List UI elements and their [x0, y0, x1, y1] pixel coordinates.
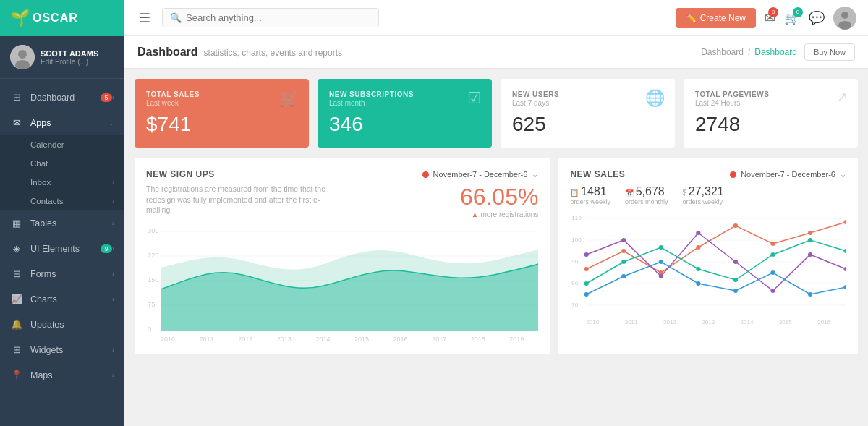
content-area: 🛒 TOTAL SALES Last week $741 ☑ NEW SUBSC…: [124, 69, 868, 426]
chat-icon[interactable]: 💬: [809, 10, 825, 26]
sales-stat-weekly: 📋 1481 orders weekly: [570, 185, 610, 205]
main-content: ☰ 🔍 ✏️ Create New ✉ 3 🛒 0 💬: [124, 0, 868, 426]
menu-button[interactable]: ☰: [136, 7, 153, 29]
inbox-label: Inbox: [30, 178, 51, 187]
svg-point-40: [844, 267, 846, 271]
svg-point-42: [622, 260, 626, 264]
sidebar-item-label: Forms: [30, 269, 112, 279]
signups-big-value: 66.05%: [460, 184, 539, 210]
signups-date-selector[interactable]: November-7 - December-6 ⌄: [422, 170, 539, 179]
x-label: 2013: [702, 319, 715, 325]
sidebar-item-inbox[interactable]: Inbox ›: [0, 173, 124, 192]
sales-stat-value-1: 5,678: [636, 185, 665, 197]
sidebar-item-ui-elements[interactable]: ◈ UI Elements 9 ›: [0, 236, 124, 261]
svg-point-34: [622, 238, 626, 242]
svg-text:80: 80: [571, 280, 579, 286]
svg-point-50: [622, 274, 626, 278]
sidebar-logo: 🌱 OSCAR: [0, 0, 124, 36]
svg-text:90: 90: [571, 258, 579, 265]
dashboard-badge: 5: [101, 93, 112, 102]
sidebar-item-contacts[interactable]: Contacts ›: [0, 192, 124, 210]
stat-value-users: 625: [512, 113, 663, 136]
chevron-right-icon: ›: [112, 197, 114, 205]
charts-icon: 📈: [10, 294, 23, 304]
sales-stat-dollar: $ 27,321 orders weekly: [682, 185, 723, 205]
x-label: 2010: [586, 319, 599, 325]
cart-icon[interactable]: 🛒 0: [784, 10, 800, 26]
orders-icon: 📋 1481: [570, 185, 610, 198]
sidebar-item-forms[interactable]: ⊟ Forms ›: [0, 261, 124, 286]
signups-big-sub: ▲ more registrations: [460, 210, 539, 218]
updates-icon: 🔔: [10, 319, 23, 330]
ui-elements-badge: 9: [101, 244, 112, 253]
sidebar-item-chat[interactable]: Chat: [0, 154, 124, 173]
sidebar-item-apps[interactable]: ✉ Apps ⌄: [0, 110, 124, 135]
create-new-button[interactable]: ✏️ Create New: [676, 8, 756, 28]
search-input[interactable]: [186, 12, 371, 23]
sales-date-selector[interactable]: November-7 - December-6 ⌄: [730, 170, 846, 179]
buy-now-button[interactable]: Buy Now: [804, 43, 855, 61]
stat-label-total-sales: TOTAL SALES: [146, 90, 297, 98]
topbar-avatar[interactable]: [833, 7, 856, 30]
svg-point-48: [844, 249, 846, 253]
svg-point-46: [771, 252, 775, 257]
stat-label-subscriptions: NEW SUBSCRIPTIONS: [329, 90, 480, 98]
sidebar-item-label: UI Elements: [30, 244, 101, 254]
svg-point-44: [697, 267, 701, 271]
user-edit[interactable]: Edit Profile (...): [41, 58, 98, 66]
trending-stat-icon: ↗: [837, 89, 848, 105]
svg-point-28: [697, 245, 701, 250]
stat-value-total-sales: $741: [146, 113, 297, 136]
sidebar-item-label: Updates: [30, 320, 114, 330]
sales-date-range: November-7 - December-6: [741, 170, 835, 179]
sidebar-item-label: Maps: [30, 370, 112, 380]
sidebar-item-maps[interactable]: 📍 Maps ›: [0, 362, 124, 388]
sidebar-item-tables[interactable]: ▦ Tables ›: [0, 210, 124, 236]
sales-stats: 📋 1481 orders weekly 📅 5,678 orders mont…: [570, 185, 846, 205]
globe-stat-icon: 🌐: [645, 89, 665, 108]
search-box: 🔍: [162, 8, 379, 27]
sales-stat-label-0: orders weekly: [570, 198, 610, 205]
x-label: 2015: [354, 336, 369, 343]
stat-sublabel-total-sales: Last week: [146, 99, 297, 107]
x-label: 2016: [393, 336, 408, 343]
svg-text:75: 75: [148, 301, 155, 308]
date-dot-icon: [422, 171, 429, 178]
widgets-icon: ⊞: [10, 344, 23, 355]
breadcrumb-current: Dashboard: [754, 47, 797, 57]
chevron-right-icon: ›: [112, 179, 114, 186]
sidebar-item-label: Apps: [30, 118, 109, 128]
sidebar-nav: ⊞ Dashboard 5 › ✉ Apps ⌄ Calender Chat I…: [0, 79, 124, 426]
sales-stat-label-2: orders weekly: [682, 198, 723, 205]
avatar: [10, 45, 35, 69]
svg-point-49: [584, 292, 589, 297]
sidebar-item-updates[interactable]: 🔔 Updates: [0, 312, 124, 337]
svg-point-45: [733, 278, 738, 282]
stat-label-users: NEW USERS: [512, 90, 663, 98]
cart-badge: 0: [793, 7, 803, 17]
x-label: 2015: [779, 319, 792, 325]
svg-point-52: [697, 281, 701, 286]
stat-value-subscriptions: 346: [329, 113, 480, 136]
sidebar-item-calender[interactable]: Calender: [0, 135, 124, 154]
chevron-right-icon: ›: [112, 296, 114, 303]
x-label: 2017: [432, 336, 446, 343]
sidebar-item-widgets[interactable]: ⊞ Widgets ›: [0, 337, 124, 362]
stat-card-pageviews: ↗ TOTAL PAGEVIEWS Last 24 Hours 2748: [684, 79, 858, 148]
svg-point-36: [697, 231, 701, 235]
chevron-right-icon: ›: [112, 346, 114, 354]
user-info: SCOTT ADAMS Edit Profile (...): [41, 49, 98, 66]
search-icon: 🔍: [170, 12, 182, 23]
svg-point-41: [584, 281, 589, 286]
svg-text:150: 150: [148, 276, 158, 284]
svg-text:70: 70: [571, 302, 579, 308]
svg-point-29: [733, 223, 738, 228]
svg-text:100: 100: [571, 237, 582, 243]
sidebar-item-dashboard[interactable]: ⊞ Dashboard 5 ›: [0, 85, 124, 110]
signups-chart-desc: The registrations are measured from the …: [146, 184, 334, 216]
sidebar-item-charts[interactable]: 📈 Charts ›: [0, 286, 124, 312]
mail-icon[interactable]: ✉ 3: [765, 10, 775, 26]
chevron-right-icon: ›: [112, 245, 114, 252]
forms-icon: ⊟: [10, 268, 23, 279]
x-label: 2011: [200, 336, 214, 343]
